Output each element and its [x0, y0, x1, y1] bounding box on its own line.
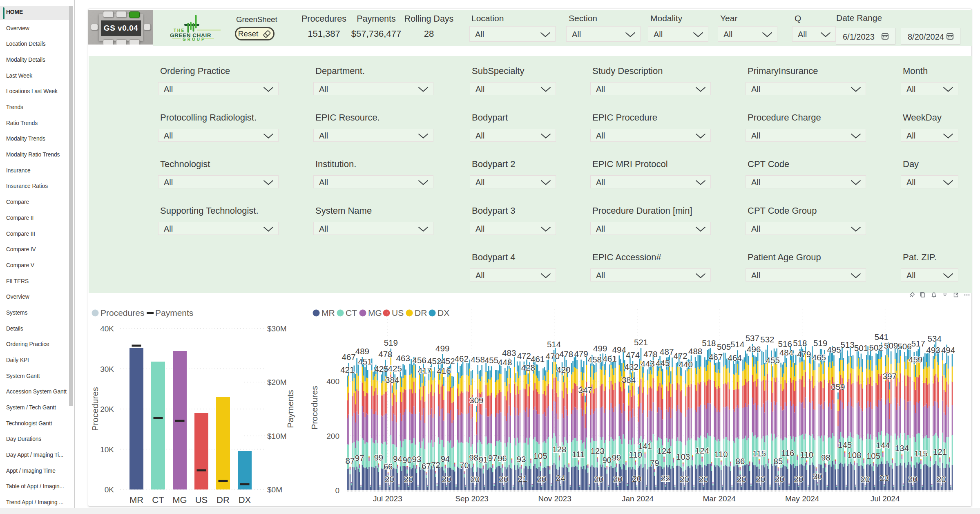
- svg-text:428: 428: [521, 363, 535, 372]
- svg-text:417: 417: [418, 366, 432, 375]
- svg-text:518: 518: [702, 338, 716, 348]
- svg-text:513: 513: [841, 340, 855, 349]
- svg-text:509: 509: [884, 341, 898, 350]
- svg-text:124: 124: [657, 446, 671, 456]
- svg-text:479: 479: [574, 349, 588, 358]
- svg-text:440: 440: [679, 360, 693, 369]
- svg-text:98: 98: [469, 453, 478, 462]
- svg-text:501: 501: [854, 343, 868, 353]
- svg-text:421: 421: [340, 365, 354, 374]
- svg-text:425: 425: [388, 364, 402, 373]
- svg-text:514: 514: [547, 340, 561, 349]
- svg-text:Nov 2023: Nov 2023: [538, 494, 571, 503]
- svg-text:397: 397: [883, 371, 897, 381]
- svg-text:516: 516: [778, 339, 792, 349]
- svg-text:347: 347: [578, 385, 592, 395]
- svg-text:20: 20: [404, 474, 413, 484]
- svg-text:537: 537: [746, 333, 759, 343]
- svg-text:464: 464: [728, 353, 741, 362]
- svg-text:93: 93: [412, 454, 422, 464]
- svg-text:105: 105: [866, 451, 880, 460]
- svg-text:116: 116: [781, 448, 795, 458]
- svg-text:20: 20: [908, 474, 917, 484]
- svg-text:493: 493: [926, 345, 940, 355]
- svg-text:425: 425: [374, 364, 388, 373]
- svg-text:Jan 2024: Jan 2024: [622, 494, 654, 503]
- svg-text:496: 496: [747, 344, 761, 354]
- svg-text:467: 467: [342, 352, 355, 362]
- svg-text:461: 461: [531, 354, 545, 364]
- svg-text:99: 99: [612, 453, 621, 462]
- svg-text:452: 452: [441, 356, 455, 366]
- svg-text:461: 461: [603, 354, 616, 363]
- svg-text:86: 86: [735, 456, 745, 466]
- svg-text:24: 24: [556, 473, 565, 483]
- svg-text:20: 20: [699, 474, 708, 484]
- svg-text:478: 478: [643, 349, 657, 359]
- svg-text:462: 462: [455, 354, 469, 363]
- svg-text:483: 483: [502, 348, 516, 358]
- svg-text:20: 20: [594, 474, 603, 484]
- svg-text:124: 124: [695, 446, 709, 455]
- svg-text:400: 400: [326, 377, 339, 386]
- svg-text:494: 494: [941, 345, 955, 355]
- svg-text:519: 519: [384, 338, 398, 347]
- svg-text:Jul 2023: Jul 2023: [373, 494, 402, 503]
- svg-text:79: 79: [650, 458, 659, 467]
- svg-text:416: 416: [437, 366, 451, 375]
- svg-text:479: 479: [797, 349, 811, 359]
- svg-text:97: 97: [488, 453, 498, 463]
- svg-text:443: 443: [641, 359, 654, 368]
- svg-text:20: 20: [499, 474, 508, 484]
- svg-text:110: 110: [714, 449, 728, 459]
- svg-text:67: 67: [422, 461, 431, 471]
- svg-text:517: 517: [911, 339, 925, 348]
- svg-text:85: 85: [774, 456, 783, 466]
- svg-text:489: 489: [355, 346, 369, 356]
- svg-text:499: 499: [435, 344, 449, 353]
- svg-text:472: 472: [517, 351, 531, 360]
- svg-text:445: 445: [656, 358, 670, 368]
- svg-text:87: 87: [345, 456, 355, 465]
- svg-text:478: 478: [378, 349, 392, 359]
- svg-text:432: 432: [625, 362, 638, 371]
- svg-text:467: 467: [709, 352, 723, 362]
- svg-text:DX: DX: [438, 308, 449, 317]
- svg-text:459: 459: [909, 355, 922, 364]
- svg-text:494: 494: [612, 345, 626, 354]
- svg-text:105: 105: [534, 451, 547, 460]
- svg-text:20: 20: [442, 474, 451, 484]
- svg-text:420: 420: [556, 365, 570, 374]
- svg-text:23: 23: [880, 473, 889, 483]
- svg-text:20: 20: [775, 474, 784, 484]
- svg-text:115: 115: [914, 449, 928, 458]
- svg-text:532: 532: [760, 335, 774, 344]
- svg-text:115: 115: [752, 449, 766, 458]
- svg-text:94: 94: [393, 454, 402, 463]
- svg-text:70: 70: [460, 460, 469, 470]
- svg-text:20: 20: [737, 474, 746, 484]
- svg-text:20: 20: [756, 474, 765, 484]
- svg-text:20: 20: [471, 474, 480, 484]
- svg-text:99: 99: [374, 453, 383, 462]
- svg-text:20: 20: [794, 474, 804, 484]
- svg-text:94: 94: [440, 454, 450, 463]
- svg-text:478: 478: [559, 349, 573, 359]
- svg-text:22: 22: [661, 474, 670, 483]
- svg-text:474: 474: [626, 350, 640, 360]
- svg-text:505: 505: [717, 342, 731, 351]
- svg-text:145: 145: [838, 440, 852, 449]
- svg-text:21: 21: [518, 474, 527, 483]
- svg-text:487: 487: [660, 347, 674, 356]
- svg-text:20: 20: [680, 474, 689, 484]
- svg-text:384: 384: [385, 375, 399, 384]
- svg-text:72: 72: [431, 460, 440, 469]
- svg-text:MG: MG: [368, 308, 382, 317]
- svg-text:514: 514: [730, 340, 744, 349]
- svg-text:359: 359: [831, 382, 845, 391]
- svg-text:96: 96: [498, 454, 507, 463]
- svg-text:May 2024: May 2024: [785, 494, 819, 503]
- svg-text:465: 465: [812, 353, 826, 362]
- svg-text:455: 455: [766, 355, 780, 365]
- svg-text:470: 470: [546, 351, 560, 361]
